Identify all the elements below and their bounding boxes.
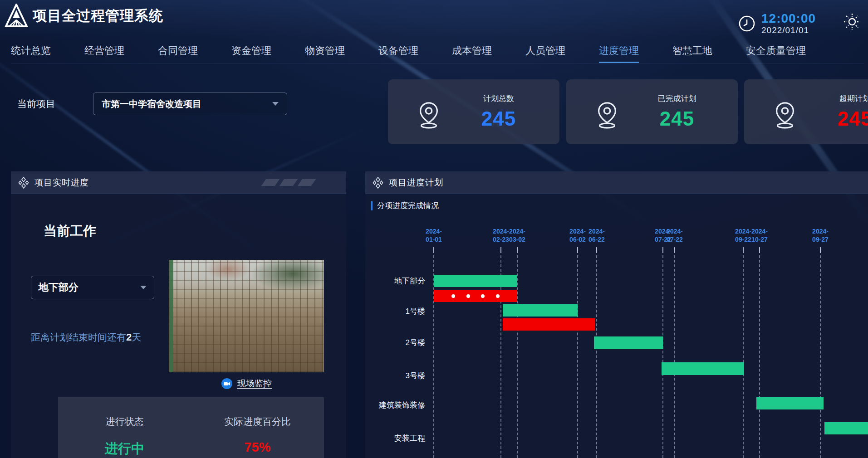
- nav-item-5[interactable]: 物资管理: [305, 44, 345, 63]
- run-status-label: 进行状态: [58, 415, 191, 428]
- page-title: 项目全过程管理系统: [33, 6, 163, 25]
- nav-item-4[interactable]: 资金管理: [231, 44, 271, 63]
- realtime-progress-panel: 项目实时进度 当前工作 地下部分 距离计划结束时间还有2天 现场监控 进行状态 …: [11, 171, 346, 458]
- diamonds-icon: [373, 177, 383, 189]
- deadline-text: 距离计划结束时间还有2天: [31, 331, 141, 344]
- gantt-axis-tick: [820, 247, 821, 253]
- project-select-value: 市第一中学宿舍改造项目: [102, 98, 201, 110]
- site-photo: [169, 260, 324, 372]
- top-header: 项目全过程管理系统 12:00:00 2022/01/01: [0, 0, 868, 39]
- progress-dot: [451, 294, 455, 298]
- panel-header: 项目实时进度: [11, 171, 346, 194]
- progress-percent-label: 实际进度百分比: [191, 415, 324, 428]
- project-select[interactable]: 市第一中学宿舍改造项目: [93, 93, 287, 115]
- run-status-value: 进行中: [58, 440, 191, 458]
- gantt-axis-tick: [662, 247, 663, 253]
- gantt-gridline: [759, 255, 760, 458]
- stat-card-2: 已完成计划245: [566, 79, 738, 144]
- gantt-gridline: [743, 255, 744, 458]
- schedule-plan-panel: 项目进度计划 分项进度完成情况 2024-01-012024-02-232024…: [365, 171, 868, 458]
- legend-label: 分项进度完成情况: [377, 200, 439, 211]
- gantt-gridline: [662, 255, 663, 458]
- gantt-axis-date: 2024-09-27: [804, 227, 837, 244]
- gantt-bar-green: [503, 304, 578, 317]
- current-work-heading: 当前工作: [44, 222, 96, 240]
- stat-card-1: 计划总数245: [388, 79, 559, 144]
- gantt-row-label: 安装工程: [365, 433, 425, 443]
- nav-item-3[interactable]: 合同管理: [158, 44, 198, 63]
- panel-header: 项目进度计划: [365, 171, 868, 194]
- gantt-row-label: 2号楼: [365, 337, 425, 348]
- gantt-bar-green: [756, 397, 824, 409]
- gantt-axis-tick: [759, 247, 760, 253]
- gantt-bar-green: [434, 275, 517, 287]
- gantt-row-label: 1号楼: [365, 306, 425, 317]
- legend-bar-icon: [371, 201, 373, 210]
- site-monitor-link[interactable]: 现场监控: [169, 378, 324, 390]
- work-select[interactable]: 地下部分: [31, 276, 154, 299]
- location-pin-icon: [417, 101, 441, 129]
- app-logo-icon: [5, 4, 28, 29]
- nav-item-8[interactable]: 人员管理: [525, 44, 565, 63]
- brightness-icon[interactable]: [843, 13, 861, 31]
- nav-item-9[interactable]: 进度管理: [599, 44, 639, 63]
- location-pin-icon: [773, 101, 797, 129]
- progress-dot: [466, 294, 470, 298]
- nav-item-2[interactable]: 经营管理: [84, 44, 124, 63]
- gantt-row-label: 地下部分: [365, 276, 425, 286]
- gantt-axis-tick: [517, 247, 518, 253]
- gantt-bar-green: [824, 422, 868, 434]
- gantt-axis-date: 2024-06-22: [580, 227, 613, 244]
- gantt-axis-tick: [674, 247, 675, 253]
- gantt-axis-tick: [577, 247, 578, 253]
- panel-title: 项目进度计划: [389, 177, 443, 189]
- nav-item-11[interactable]: 安全质量管理: [746, 44, 806, 63]
- gantt-bar-red: [434, 290, 517, 302]
- progress-dot: [496, 294, 500, 298]
- progress-dot: [481, 294, 485, 298]
- current-date: 2022/01/01: [761, 26, 816, 35]
- panel-title: 项目实时进度: [34, 177, 89, 189]
- camera-icon: [221, 378, 233, 390]
- stat-card-value: 245: [458, 107, 539, 130]
- chevron-down-icon: [140, 286, 147, 289]
- gantt-row-label: 建筑装饰装修: [365, 400, 425, 410]
- deadline-days: 2: [126, 331, 132, 343]
- gantt-axis-date: 2024-03-02: [501, 227, 534, 244]
- gantt-gridline: [596, 255, 597, 458]
- gantt-axis-tick: [743, 247, 744, 253]
- stat-card-value: 245: [636, 107, 718, 130]
- gantt-axis-date: 2024-10-27: [743, 227, 776, 244]
- gantt-axis-tick: [596, 247, 597, 253]
- current-project-label: 当前项目: [17, 97, 55, 110]
- status-box: 进行状态 进行中 实际进度百分比 75%: [58, 397, 324, 458]
- stat-card-label: 已完成计划: [636, 93, 718, 104]
- clock-icon: [738, 15, 756, 33]
- monitor-link-label: 现场监控: [237, 378, 272, 390]
- nav-item-7[interactable]: 成本管理: [452, 44, 492, 63]
- stat-card-value: 245: [814, 107, 868, 130]
- progress-percent-value: 75%: [191, 440, 324, 455]
- nav-item-10[interactable]: 智慧工地: [672, 44, 712, 63]
- diamonds-icon: [18, 177, 29, 189]
- stripes-decoration: [264, 179, 314, 186]
- stat-card-label: 计划总数: [458, 93, 539, 104]
- nav-item-6[interactable]: 设备管理: [378, 44, 418, 63]
- gantt-axis-date: 2024-07-22: [658, 227, 691, 244]
- gantt-gridline: [674, 255, 675, 458]
- gantt-axis-tick: [433, 247, 434, 253]
- nav-item-1[interactable]: 统计总览: [11, 44, 51, 63]
- gantt-gridline: [820, 255, 821, 458]
- gantt-axis-tick: [500, 247, 501, 253]
- gantt-gridline: [577, 255, 578, 458]
- gantt-bar-green: [662, 362, 744, 375]
- gantt-bar-red: [503, 318, 595, 331]
- run-status-cell: 进行状态 进行中: [58, 397, 191, 458]
- progress-percent-cell: 实际进度百分比 75%: [191, 397, 324, 458]
- gantt-bar-green: [594, 336, 663, 349]
- work-select-value: 地下部分: [39, 281, 78, 294]
- nav-tabs: 统计总览经营管理合同管理资金管理物资管理设备管理成本管理人员管理进度管理智慧工地…: [11, 42, 864, 63]
- stat-card-3: 超期计划245: [744, 79, 868, 144]
- current-time: 12:00:00: [761, 12, 816, 26]
- stat-card-label: 超期计划: [814, 93, 868, 104]
